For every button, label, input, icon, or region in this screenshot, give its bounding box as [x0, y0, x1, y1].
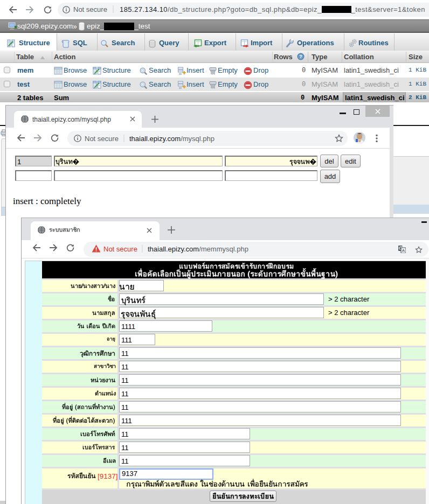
- svg-text:?: ?: [299, 54, 302, 59]
